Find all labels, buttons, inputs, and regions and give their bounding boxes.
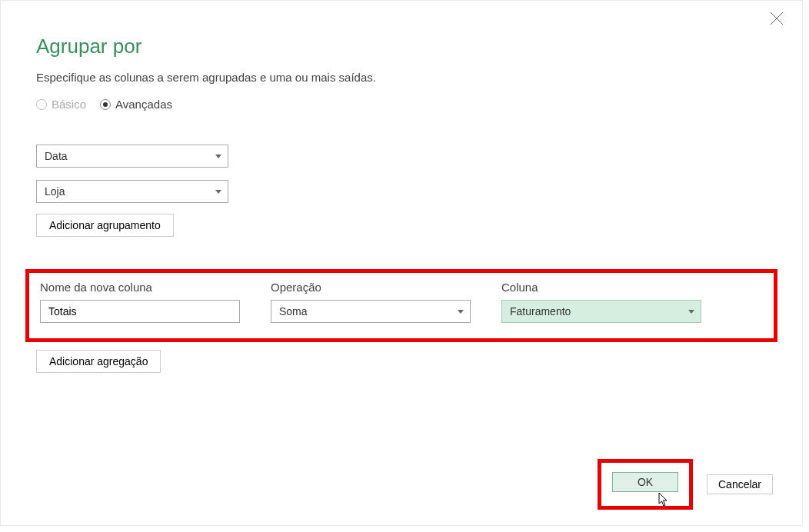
group-by-dialog: Agrupar por Especifique as colunas a ser… — [0, 0, 803, 526]
dialog-content: Agrupar por Especifique as colunas a ser… — [1, 1, 802, 388]
cursor-icon — [658, 492, 671, 507]
radio-advanced-label: Avançadas — [115, 98, 172, 111]
ok-button[interactable]: OK — [612, 472, 678, 492]
grouping-value: Loja — [45, 185, 65, 198]
column-value: Faturamento — [510, 305, 571, 318]
radio-basic[interactable]: Básico — [36, 98, 86, 111]
chevron-down-icon — [688, 310, 694, 314]
dialog-title: Agrupar por — [36, 35, 767, 58]
highlight-ok-box: OK — [598, 459, 693, 510]
aggregation-operation-label: Operação — [271, 281, 471, 294]
mode-radio-group: Básico Avançadas — [36, 98, 767, 111]
highlight-aggregation-box: Nome da nova coluna Operação Soma Coluna… — [25, 269, 777, 342]
dialog-footer: OK Cancelar — [598, 459, 773, 510]
radio-icon — [36, 99, 47, 110]
grouping-dropdown-0[interactable]: Data — [36, 145, 228, 168]
cancel-button[interactable]: Cancelar — [707, 474, 773, 494]
aggregation-operation-col: Operação Soma — [271, 281, 471, 323]
dialog-subtitle: Especifique as colunas a serem agrupadas… — [36, 71, 767, 84]
radio-basic-label: Básico — [52, 98, 86, 111]
chevron-down-icon — [458, 310, 464, 314]
grouping-dropdown-1[interactable]: Loja — [36, 180, 228, 203]
add-grouping-button[interactable]: Adicionar agrupamento — [36, 214, 174, 237]
new-column-name-input[interactable] — [40, 300, 240, 323]
close-button[interactable] — [770, 12, 784, 25]
radio-icon — [100, 99, 111, 110]
grouping-value: Data — [45, 150, 68, 162]
aggregation-row: Nome da nova coluna Operação Soma Coluna… — [40, 281, 763, 323]
grouping-list: Data Loja — [36, 145, 767, 203]
aggregation-column-col: Coluna Faturamento — [501, 281, 701, 323]
aggregation-column-label: Coluna — [501, 281, 701, 294]
aggregation-name-label: Nome da nova coluna — [40, 281, 240, 294]
column-dropdown[interactable]: Faturamento — [501, 300, 701, 323]
chevron-down-icon — [215, 155, 221, 158]
chevron-down-icon — [215, 190, 221, 194]
add-aggregation-button[interactable]: Adicionar agregação — [36, 350, 161, 373]
operation-value: Soma — [279, 305, 308, 318]
aggregation-name-col: Nome da nova coluna — [40, 281, 240, 323]
radio-advanced[interactable]: Avançadas — [100, 98, 172, 111]
operation-dropdown[interactable]: Soma — [271, 300, 471, 323]
